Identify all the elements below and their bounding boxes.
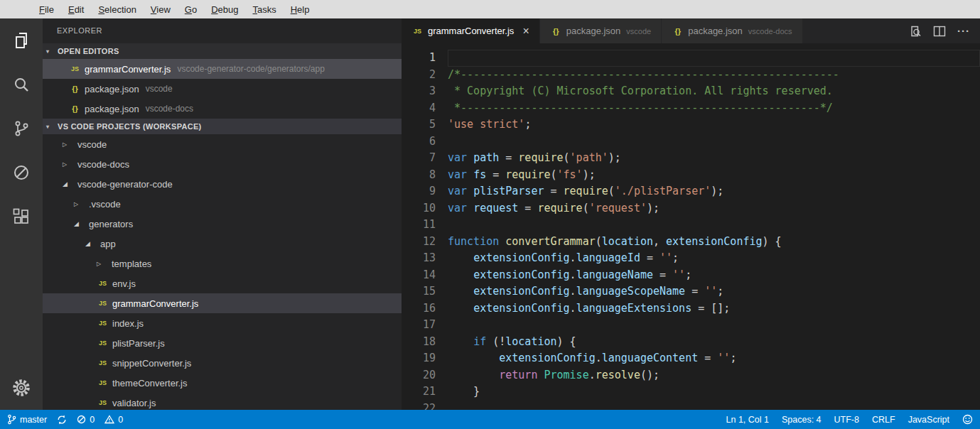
editor-pane[interactable]: 12345678910111213141516171819202122 /*--… [402,43,980,410]
feedback-button[interactable] [962,414,973,425]
folder-item[interactable]: ◢generators [43,214,402,234]
eol-indicator[interactable]: CRLF [872,415,895,425]
code-line[interactable]: extensionConfig.languageId = ''; [448,250,980,267]
debug-button[interactable] [0,151,43,195]
close-icon[interactable]: × [522,26,529,37]
code-line[interactable]: extensionConfig.languageContent = ''; [448,350,980,367]
file-detail: vscode [146,84,173,94]
code-token: request [473,202,518,214]
file-item[interactable]: JSsnippetConverter.js [43,353,402,373]
code-line[interactable]: * Copyright (C) Microsoft Corporation. A… [448,83,980,100]
code-token: ( [583,202,589,214]
menu-item-debug[interactable]: Debug [204,4,245,15]
menu-item-file[interactable]: File [32,4,61,15]
code-token: fs [473,168,486,181]
file-item[interactable]: JSvalidator.js [43,393,402,410]
code-token: = [685,285,704,298]
editor-tab[interactable]: JSgrammarConverter.js× [402,18,540,43]
code-line[interactable]: function convertGrammar(location, extens… [448,234,980,251]
code-line[interactable] [448,50,980,67]
file-name: package.json [85,104,139,114]
tab-bar: JSgrammarConverter.js×{}package.jsonvsco… [402,18,980,43]
extensions-button[interactable] [0,195,43,239]
code-line[interactable]: 'use strict'; [448,116,980,134]
code-line[interactable] [448,401,980,411]
code-token: './plistParser' [615,185,711,197]
menu-item-selection[interactable]: Selection [91,4,143,15]
workbench: EXPLORER ▾ OPEN EDITORS JSgrammarConvert… [0,18,980,410]
folder-item[interactable]: ▷vscode [43,134,402,154]
mnemonic: F [39,4,45,15]
menu-item-edit[interactable]: Edit [61,4,91,15]
menu-item-go[interactable]: Go [178,4,204,15]
cursor-position[interactable]: Ln 1, Col 1 [726,415,769,425]
search-button[interactable] [0,63,43,107]
code-token [448,302,473,315]
open-editor-item[interactable]: {}package.jsonvscode [43,79,402,99]
code-line[interactable] [448,217,980,234]
code-token: '' [717,352,730,364]
code-line[interactable]: extensionConfig.languageName = ''; [448,267,980,284]
editor-tab[interactable]: {}package.jsonvscode [540,18,662,43]
sync-button[interactable] [57,415,67,425]
menu-item-view[interactable]: View [144,4,178,15]
code-line[interactable]: } [448,384,980,401]
source-control-button[interactable] [0,107,43,151]
more-actions-button[interactable]: ··· [957,25,970,37]
folder-item[interactable]: ▷.vscode [43,194,402,214]
code-line[interactable]: var plistParser = require('./plistParser… [448,183,980,200]
split-editor-button[interactable] [933,25,946,38]
open-editors-label: OPEN EDITORS [58,47,119,55]
file-item[interactable]: JSplistParser.js [43,333,402,353]
git-branch-indicator[interactable]: master [7,414,47,425]
warning-icon [104,415,114,424]
language-label: JavaScript [908,415,949,425]
settings-button[interactable] [0,366,43,410]
workspace-header[interactable]: ▾ VS CODE PROJECTS (WORKSPACE) [43,119,402,134]
open-preview-button[interactable] [909,25,922,38]
file-item[interactable]: JSthemeConverter.js [43,373,402,393]
file-item[interactable]: JSgrammarConverter.js [43,293,402,313]
code-line[interactable] [448,134,980,151]
open-editors-header[interactable]: ▾ OPEN EDITORS [43,43,402,59]
file-item[interactable]: JSindex.js [43,313,402,333]
language-mode[interactable]: JavaScript [908,415,949,425]
folder-item[interactable]: ▷vscode-docs [43,154,402,174]
code-line[interactable]: *---------------------------------------… [448,100,980,117]
indentation-indicator[interactable]: Spaces: 4 [782,415,822,425]
code-token: extensionConfig [473,251,569,264]
code-line[interactable]: return Promise.resolve(); [448,367,980,384]
folder-item[interactable]: ◢vscode-generator-code [43,174,402,194]
editor-tab[interactable]: {}package.jsonvscode-docs [662,18,802,43]
mnemonic: G [185,4,192,15]
workspace-label: VS CODE PROJECTS (WORKSPACE) [58,122,202,131]
menu-item-help[interactable]: Help [284,4,317,15]
code-line[interactable]: var path = require('path'); [448,150,980,167]
menu-item-tasks[interactable]: Tasks [245,4,283,15]
open-editor-item[interactable]: {}package.jsonvscode-docs [43,99,402,119]
code-line[interactable]: extensionConfig.languageScopeName = ''; [448,283,980,300]
code-line[interactable]: var fs = require('fs'); [448,167,980,184]
code-line[interactable]: if (!location) { [448,334,980,351]
open-editor-item[interactable]: JSgrammarConverter.jsvscode-generator-co… [43,59,402,79]
error-indicator[interactable]: 0 [77,415,95,425]
code-line[interactable]: var request = require('request'); [448,200,980,217]
workspace-tree: ▷vscode▷vscode-docs◢vscode-generator-cod… [43,134,402,410]
encoding-indicator[interactable]: UTF-8 [834,415,859,425]
explorer-button[interactable] [0,18,43,63]
code-token: 'fs' [557,168,583,181]
code-token: resolve [596,369,640,381]
folder-item[interactable]: ▷templates [43,254,402,273]
code-line[interactable] [448,317,980,334]
code-line[interactable]: extensionConfig.languageExtensions = []; [448,300,980,317]
warning-indicator[interactable]: 0 [104,415,123,425]
code-line[interactable]: /*--------------------------------------… [448,67,980,84]
file-item[interactable]: JSenv.js [43,273,402,293]
folder-item[interactable]: ◢app [43,234,402,254]
code-token: = [640,251,659,264]
line-number: 18 [402,334,436,351]
chevron-down-icon: ▾ [46,124,53,130]
code-token: var [448,202,473,214]
code-token: languageId [576,251,640,264]
line-number: 4 [402,100,436,117]
